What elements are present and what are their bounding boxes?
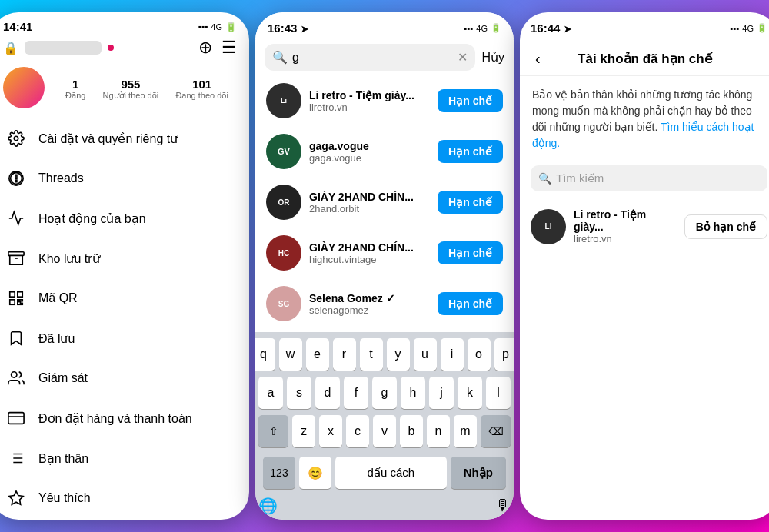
restricted-item-1: Li Li retro - Tiệm giày... liretro.vn Bỏ…: [531, 201, 767, 252]
profile-header-row: 🔒 ⊕ ☰: [3, 38, 237, 58]
keyboard-row-4: 123 😊 dấu cách Nhập: [258, 454, 511, 492]
menu-item-supervision[interactable]: Giám sát: [0, 358, 249, 398]
key-j[interactable]: j: [429, 377, 454, 409]
bo-han-che-btn-1[interactable]: Bỏ hạn chế: [684, 214, 767, 239]
screen3-nav: ‹ Tài khoản đã hạn chế: [520, 39, 769, 76]
list-icon: [6, 448, 26, 468]
status-icons-3: ▪▪▪ 4G 🔋: [731, 23, 767, 33]
svg-rect-1: [8, 252, 24, 256]
key-t[interactable]: t: [360, 338, 383, 371]
han-che-btn-2[interactable]: Hạn chế: [438, 140, 503, 163]
globe-icon[interactable]: 🌐: [258, 497, 278, 515]
key-x[interactable]: x: [319, 415, 342, 447]
key-k[interactable]: k: [458, 377, 482, 409]
key-return[interactable]: Nhập: [451, 457, 506, 489]
menu-item-settings[interactable]: Cài đặt và quyền riêng tư: [0, 118, 249, 158]
key-n[interactable]: n: [427, 415, 450, 447]
supervision-icon: [6, 368, 26, 388]
key-h[interactable]: h: [401, 377, 425, 409]
back-button[interactable]: ‹: [531, 48, 545, 69]
screen1-header: 14:41 ▪▪▪ 4G 🔋 🔒 ⊕ ☰ 1 Đăng: [0, 12, 249, 118]
result-avatar-3: OR: [266, 185, 301, 220]
card-icon: [6, 408, 26, 428]
menu-item-close-friends[interactable]: Bạn thân: [0, 438, 249, 478]
menu-list: Cài đặt và quyền riêng tư Threads Hoạt đ…: [0, 118, 249, 520]
svg-point-10: [12, 372, 17, 377]
key-m[interactable]: m: [454, 415, 477, 447]
time-2: 16:43 ➤: [268, 22, 308, 35]
search-input-box[interactable]: 🔍 g ✕: [265, 44, 475, 71]
svg-rect-3: [10, 292, 15, 297]
clear-icon[interactable]: ✕: [458, 50, 468, 65]
key-w[interactable]: w: [279, 338, 302, 371]
key-s[interactable]: s: [287, 377, 311, 409]
search-result-list: Li Li retro - Tiệm giày... liretro.vn Hạ…: [255, 75, 514, 332]
key-z[interactable]: z: [292, 415, 315, 447]
screen3-description: Bảo vệ bản thân khỏi những tương tác khô…: [520, 76, 769, 162]
time-3: 16:44 ➤: [531, 22, 571, 35]
key-a[interactable]: a: [258, 377, 283, 409]
key-emoji[interactable]: 😊: [299, 457, 331, 489]
key-u[interactable]: u: [414, 338, 437, 371]
result-item-1: Li Li retro - Tiệm giày... liretro.vn Hạ…: [255, 75, 514, 126]
han-che-btn-4[interactable]: Hạn chế: [438, 241, 503, 264]
key-delete[interactable]: ⌫: [481, 415, 511, 447]
menu-item-activity[interactable]: Hoạt động của bạn: [0, 198, 249, 238]
page-title: Tài khoản đã hạn chế: [545, 51, 744, 67]
han-che-btn-5[interactable]: Hạn chế: [438, 292, 503, 315]
lock-area: 🔒: [3, 41, 114, 55]
svg-rect-11: [8, 413, 24, 424]
cancel-button[interactable]: Hủy: [481, 50, 504, 65]
keyboard: q w e r t y u i o p a s d f g h j k l ⇧ …: [255, 332, 514, 520]
key-q[interactable]: q: [255, 338, 275, 371]
key-num[interactable]: 123: [263, 457, 295, 489]
key-y[interactable]: y: [387, 338, 410, 371]
add-icon[interactable]: ⊕: [198, 38, 212, 58]
lock-icon: 🔒: [3, 41, 18, 55]
key-f[interactable]: f: [344, 377, 368, 409]
key-d[interactable]: d: [315, 377, 340, 409]
han-che-btn-1[interactable]: Hạn chế: [438, 89, 503, 112]
key-o[interactable]: o: [468, 338, 491, 371]
menu-item-orders[interactable]: Đơn đặt hàng và thanh toán: [0, 398, 249, 438]
han-che-btn-3[interactable]: Hạn chế: [438, 191, 503, 214]
stat-followers: 955 Người theo dõi: [103, 78, 159, 101]
key-space[interactable]: dấu cách: [335, 457, 447, 489]
key-p[interactable]: p: [494, 338, 514, 371]
gear-icon: [6, 128, 26, 148]
menu-item-threads[interactable]: Threads: [0, 158, 249, 198]
result-avatar-1: Li: [266, 83, 301, 118]
key-b[interactable]: b: [400, 415, 423, 447]
search-icon-3: 🔍: [538, 172, 551, 185]
mic-icon[interactable]: 🎙: [495, 497, 511, 515]
result-info-1: Li retro - Tiệm giày... liretro.vn: [309, 89, 430, 113]
svg-rect-9: [21, 303, 22, 304]
notification-dot: [108, 45, 114, 51]
key-l[interactable]: l: [486, 377, 511, 409]
menu-item-saved[interactable]: Đã lưu: [0, 318, 249, 358]
key-c[interactable]: c: [346, 415, 369, 447]
stat-posts: 1 Đăng: [65, 78, 85, 101]
key-shift[interactable]: ⇧: [258, 415, 288, 447]
menu-item-qr[interactable]: Mã QR: [0, 278, 249, 318]
search-input[interactable]: g: [292, 51, 453, 65]
key-e[interactable]: e: [306, 338, 329, 371]
search-restricted[interactable]: 🔍 Tìm kiếm: [531, 165, 767, 191]
restricted-avatar-1: Li: [531, 209, 566, 244]
key-v[interactable]: v: [373, 415, 396, 447]
screen-2-search: 16:43 ➤ ▪▪▪ 4G 🔋 🔍 g ✕ Hủy Li Li retro -…: [255, 12, 514, 520]
profile-row: 1 Đăng 955 Người theo dõi 101 Đang theo …: [3, 61, 237, 111]
header-action-icons: ⊕ ☰: [198, 38, 237, 58]
svg-point-0: [14, 136, 18, 141]
archive-icon: [6, 248, 26, 268]
menu-item-archive[interactable]: Kho lưu trữ: [0, 238, 249, 278]
key-r[interactable]: r: [333, 338, 356, 371]
menu-item-favorites[interactable]: Yêu thích: [0, 478, 249, 518]
time-1: 14:41: [3, 20, 32, 33]
key-g[interactable]: g: [372, 377, 397, 409]
result-info-3: GIÀY 2HAND CHÍN... 2hand.orbit: [309, 191, 430, 214]
key-i[interactable]: i: [441, 338, 464, 371]
result-info-4: GIÀY 2HAND CHÍN... highcut.vintage: [309, 241, 430, 265]
result-avatar-2: GV: [266, 134, 301, 169]
menu-icon[interactable]: ☰: [221, 38, 237, 58]
